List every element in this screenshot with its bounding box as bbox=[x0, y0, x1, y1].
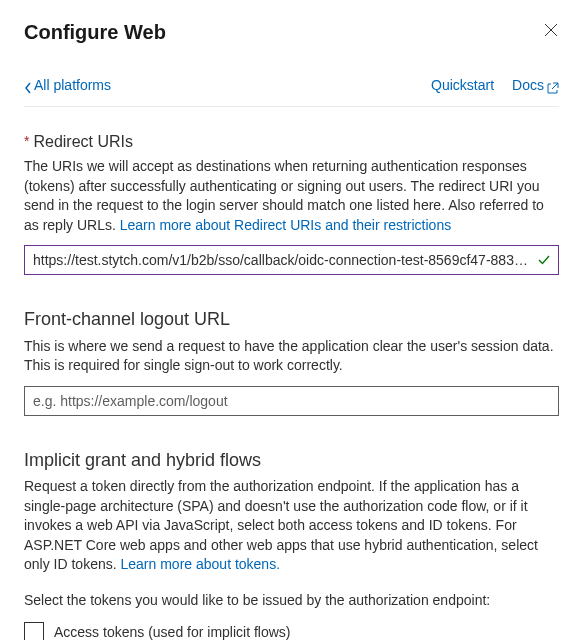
close-button[interactable] bbox=[543, 22, 559, 38]
access-tokens-checkbox[interactable] bbox=[24, 622, 44, 640]
docs-label: Docs bbox=[512, 76, 544, 96]
implicit-desc-text: Request a token directly from the author… bbox=[24, 478, 538, 572]
redirect-uris-section: * Redirect URIs The URIs we will accept … bbox=[24, 131, 559, 276]
redirect-uri-input[interactable] bbox=[24, 245, 559, 275]
quickstart-link[interactable]: Quickstart bbox=[431, 76, 494, 96]
implicit-description: Request a token directly from the author… bbox=[24, 477, 559, 575]
implicit-heading: Implicit grant and hybrid flows bbox=[24, 448, 559, 473]
close-icon bbox=[543, 22, 559, 38]
quickstart-label: Quickstart bbox=[431, 76, 494, 96]
logout-input-wrap bbox=[24, 386, 559, 416]
logout-url-input[interactable] bbox=[24, 386, 559, 416]
page-title: Configure Web bbox=[24, 18, 166, 46]
logout-description: This is where we send a request to have … bbox=[24, 337, 559, 376]
panel-header: Configure Web bbox=[24, 18, 559, 46]
valid-check-icon bbox=[537, 253, 551, 267]
svg-line-2 bbox=[552, 83, 558, 89]
tokens-prompt: Select the tokens you would like to be i… bbox=[24, 591, 559, 611]
implicit-title: Implicit grant and hybrid flows bbox=[24, 448, 261, 473]
implicit-learn-more-link[interactable]: Learn more about tokens. bbox=[121, 556, 281, 572]
top-right-links: Quickstart Docs bbox=[431, 76, 559, 96]
docs-link[interactable]: Docs bbox=[512, 76, 559, 96]
implicit-grant-section: Implicit grant and hybrid flows Request … bbox=[24, 448, 559, 640]
access-tokens-checkbox-row[interactable]: Access tokens (used for implicit flows) bbox=[24, 622, 559, 640]
redirect-title: Redirect URIs bbox=[33, 131, 133, 153]
redirect-heading: * Redirect URIs bbox=[24, 131, 559, 153]
redirect-learn-more-link[interactable]: Learn more about Redirect URIs and their… bbox=[120, 217, 451, 233]
top-link-bar: All platforms Quickstart Docs bbox=[24, 76, 559, 107]
access-tokens-label: Access tokens (used for implicit flows) bbox=[54, 623, 291, 640]
logout-heading: Front-channel logout URL bbox=[24, 307, 559, 332]
external-link-icon bbox=[547, 80, 559, 92]
logout-title: Front-channel logout URL bbox=[24, 307, 230, 332]
redirect-description: The URIs we will accept as destinations … bbox=[24, 157, 559, 235]
all-platforms-label: All platforms bbox=[34, 76, 111, 96]
logout-url-section: Front-channel logout URL This is where w… bbox=[24, 307, 559, 415]
chevron-left-icon bbox=[24, 80, 32, 92]
all-platforms-link[interactable]: All platforms bbox=[24, 76, 111, 96]
required-indicator: * bbox=[24, 132, 29, 152]
redirect-uri-input-wrap bbox=[24, 245, 559, 275]
